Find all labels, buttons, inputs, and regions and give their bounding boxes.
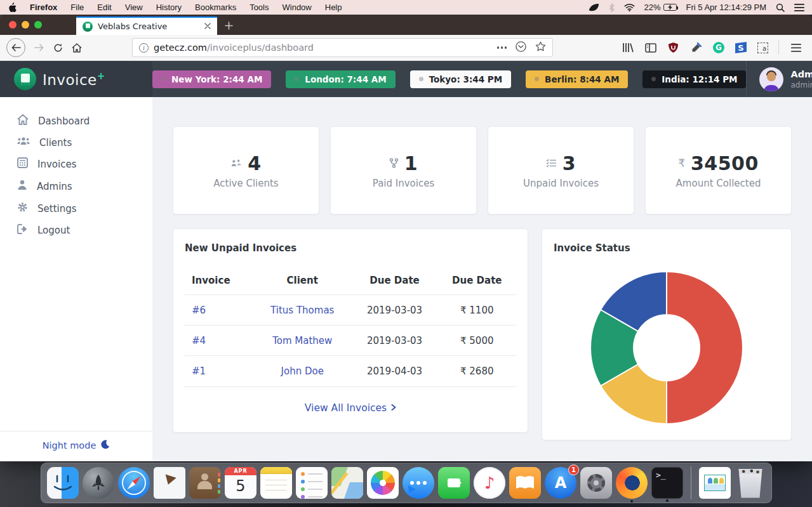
invoice-link[interactable]: #4 bbox=[192, 335, 206, 346]
menu-view[interactable]: View bbox=[125, 3, 143, 12]
dock-custom-app-icon[interactable] bbox=[699, 467, 731, 499]
dock-reminders-icon[interactable] bbox=[296, 467, 328, 499]
menu-file[interactable]: File bbox=[70, 3, 84, 12]
close-window-button[interactable] bbox=[9, 21, 17, 29]
menu-help[interactable]: Help bbox=[325, 3, 342, 12]
sidebars-icon[interactable] bbox=[644, 42, 656, 54]
invoice-link[interactable]: #1 bbox=[192, 365, 206, 377]
dock-trash-icon[interactable] bbox=[735, 467, 766, 499]
menu-history[interactable]: History bbox=[156, 3, 182, 12]
dock-launchpad-icon[interactable] bbox=[83, 467, 114, 499]
dock-facetime-icon[interactable] bbox=[438, 467, 470, 499]
night-mode-toggle[interactable]: Night mode bbox=[0, 431, 152, 461]
ublock-origin-icon[interactable] bbox=[667, 42, 679, 54]
minimize-window-button[interactable] bbox=[22, 21, 29, 29]
dock-finder-icon[interactable] bbox=[47, 467, 79, 499]
library-icon[interactable] bbox=[622, 42, 634, 54]
home-button[interactable] bbox=[67, 38, 86, 57]
dock-firefox-icon[interactable] bbox=[616, 467, 648, 499]
menubar-leaf-app-icon[interactable] bbox=[589, 3, 599, 11]
browser-tab[interactable]: Veblabs Creative bbox=[76, 16, 217, 35]
color-picker-icon[interactable] bbox=[690, 42, 702, 54]
dock-appstore-icon[interactable]: A 1 bbox=[545, 467, 576, 499]
battery-indicator[interactable]: 22% bbox=[644, 3, 677, 12]
client-link[interactable]: Titus Thomas bbox=[270, 305, 334, 316]
profile-name: Admin Doe bbox=[790, 69, 812, 80]
sidebar-item-clients[interactable]: Clients bbox=[0, 132, 152, 153]
active-clients-label: Active Clients bbox=[213, 178, 278, 189]
pocket-icon[interactable] bbox=[516, 41, 526, 55]
moon-icon bbox=[100, 440, 110, 451]
url-bar[interactable]: i getecz.com/invoiceplus/dashboard bbox=[132, 38, 553, 57]
calendar-month: APR bbox=[225, 467, 256, 475]
menu-edit[interactable]: Edit bbox=[97, 3, 111, 12]
client-link[interactable]: John Doe bbox=[281, 365, 324, 377]
sidebar-item-invoices[interactable]: Invoices bbox=[0, 153, 152, 175]
due-date: 2019-03-03 bbox=[352, 295, 438, 326]
person-icon bbox=[17, 180, 27, 193]
sidebar-item-settings[interactable]: Settings bbox=[0, 197, 152, 220]
wifi-icon[interactable] bbox=[624, 3, 635, 11]
back-button[interactable] bbox=[6, 38, 25, 57]
new-tab-button[interactable] bbox=[217, 16, 241, 35]
dock-maps-icon[interactable] bbox=[331, 467, 363, 499]
url-text[interactable]: getecz.com/invoiceplus/dashboard bbox=[154, 43, 492, 53]
site-info-icon[interactable]: i bbox=[139, 43, 149, 53]
sidebar-item-logout[interactable]: Logout bbox=[0, 220, 152, 241]
profile-menu[interactable]: Admin Doe admin@admin.com bbox=[746, 61, 812, 97]
unpaid-invoices-title: New Unpaid Invoices bbox=[185, 242, 516, 254]
grammarly-icon[interactable]: G bbox=[713, 42, 724, 53]
menubar-app-name[interactable]: Firefox bbox=[30, 3, 57, 12]
menubar-clock[interactable]: Fri 5 Apr 12:14:29 PM bbox=[686, 3, 766, 12]
invoice-link[interactable]: #6 bbox=[192, 305, 206, 316]
bluetooth-icon[interactable] bbox=[609, 3, 615, 12]
s-extension-icon[interactable]: S bbox=[735, 42, 747, 53]
dock-photos-icon[interactable] bbox=[367, 467, 399, 499]
dock-books-icon[interactable] bbox=[509, 467, 541, 499]
tab-title: Veblabs Creative bbox=[98, 22, 199, 31]
dock-safari-icon[interactable] bbox=[118, 467, 150, 499]
dock-messages-icon[interactable] bbox=[403, 467, 434, 499]
client-link[interactable]: Tom Mathew bbox=[272, 335, 332, 346]
menu-bookmarks[interactable]: Bookmarks bbox=[195, 3, 236, 12]
view-all-invoices-link[interactable]: View All Invoices bbox=[305, 402, 396, 414]
due-date: 2019-03-03 bbox=[352, 326, 438, 356]
page-actions-icon[interactable] bbox=[497, 46, 507, 49]
invoice-status-panel: Invoice Status bbox=[542, 228, 792, 440]
unpaid-invoices-table: Invoice Client Due Date Due Date #6 bbox=[185, 268, 516, 386]
zoom-window-button[interactable] bbox=[34, 21, 42, 29]
hamburger-menu-icon[interactable] bbox=[787, 38, 806, 57]
tab-close-icon[interactable] bbox=[204, 22, 211, 31]
dock-mail-icon[interactable] bbox=[154, 467, 185, 499]
app-logo[interactable]: Invoice+ bbox=[0, 61, 152, 97]
menu-window[interactable]: Window bbox=[283, 3, 312, 12]
page-viewport: Invoice+ New York: 2:44 AM London: 7:44 … bbox=[0, 61, 812, 461]
sidebar-item-admins[interactable]: Admins bbox=[0, 175, 152, 197]
sidebar-item-dashboard[interactable]: Dashboard bbox=[0, 110, 152, 132]
url-domain: getecz.com bbox=[154, 43, 207, 53]
menu-tools[interactable]: Tools bbox=[250, 3, 269, 12]
dock-terminal-icon[interactable]: >_ bbox=[651, 467, 683, 499]
screenshot-extension-icon[interactable]: a bbox=[757, 43, 768, 53]
invoice-status-donut-chart[interactable] bbox=[589, 270, 744, 425]
dock-contacts-icon[interactable] bbox=[189, 467, 221, 499]
app-header: Invoice+ New York: 2:44 AM London: 7:44 … bbox=[0, 61, 812, 97]
dock: APR 5 ♪ A 1 >_ bbox=[41, 463, 772, 503]
dock-system-preferences-icon[interactable] bbox=[580, 467, 612, 499]
table-row: #1 John Doe 2019-04-03 ₹ 2680 bbox=[185, 356, 516, 386]
extension-icons: G S a bbox=[622, 42, 768, 54]
spotlight-search-icon[interactable] bbox=[776, 3, 785, 12]
clock-dot-icon bbox=[161, 77, 166, 81]
dock-itunes-icon[interactable]: ♪ bbox=[474, 467, 505, 499]
apple-menu-icon[interactable] bbox=[8, 3, 17, 13]
bookmark-star-icon[interactable] bbox=[535, 41, 546, 54]
unpaid-invoices-value: 3 bbox=[562, 152, 576, 174]
notification-center-icon[interactable] bbox=[794, 4, 804, 11]
clock-dot-icon bbox=[295, 77, 299, 81]
dock-notes-icon[interactable] bbox=[260, 467, 292, 499]
dock-calendar-icon[interactable]: APR 5 bbox=[225, 467, 256, 499]
browser-window: Veblabs Creative i bbox=[0, 15, 812, 461]
forward-button[interactable] bbox=[29, 38, 48, 57]
clock-india: India: 12:14 PM bbox=[642, 70, 746, 88]
reload-button[interactable] bbox=[48, 38, 67, 57]
